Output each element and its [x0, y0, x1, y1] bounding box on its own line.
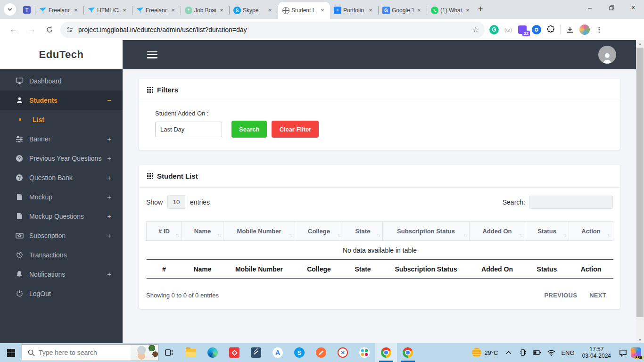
column-header-action[interactable]: Action	[569, 222, 613, 241]
site-info-icon[interactable]	[66, 26, 74, 33]
notification-center-icon[interactable]	[617, 349, 629, 357]
tab-teams-pinned[interactable]: T	[19, 2, 35, 18]
postman-button[interactable]	[310, 343, 332, 362]
chrome-button-active[interactable]	[375, 343, 397, 362]
close-window-button[interactable]: ×	[622, 0, 644, 15]
next-page-button[interactable]: NEXT	[589, 292, 606, 299]
hamburger-menu-icon[interactable]	[147, 51, 157, 58]
tab-freelance-1[interactable]: Freelance ×	[35, 2, 83, 19]
close-icon[interactable]: ×	[415, 7, 423, 14]
scrollbar-thumb[interactable]	[636, 48, 644, 317]
close-icon[interactable]: ×	[319, 7, 326, 14]
sidebar-item-mockup[interactable]: Mockup +	[0, 187, 123, 206]
start-button[interactable]	[0, 343, 22, 362]
search-doodle-image[interactable]	[131, 345, 158, 361]
tab-job-board[interactable]: * Job Boar ×	[181, 2, 229, 19]
expand-icon[interactable]: +	[107, 135, 111, 143]
close-icon[interactable]: ×	[121, 7, 128, 14]
expand-icon[interactable]: +	[107, 154, 111, 162]
scroll-down-arrow[interactable]: ▼	[636, 337, 644, 343]
skype-button[interactable]: S	[289, 343, 310, 362]
minimize-button[interactable]: –	[579, 0, 601, 15]
sidebar-item-subscription[interactable]: Subscription +	[0, 226, 123, 245]
bookmark-star-icon[interactable]: ☆	[472, 25, 479, 34]
column-header-status[interactable]: Status	[525, 222, 569, 241]
close-icon[interactable]: ×	[266, 7, 274, 14]
coupon-extension-icon[interactable]: 22	[518, 25, 527, 34]
extensions-puzzle-icon[interactable]	[546, 25, 555, 34]
blue-extension-icon[interactable]	[532, 25, 541, 34]
taskbar-search-input[interactable]	[39, 349, 114, 356]
tab-search-button[interactable]	[4, 3, 16, 16]
taskbar-search-box[interactable]	[22, 344, 158, 361]
expand-icon[interactable]: +	[107, 231, 111, 239]
url-text[interactable]: project.imgglobal.in/edutech/admin/user/…	[78, 26, 472, 33]
previous-page-button[interactable]: PREVIOUS	[545, 292, 578, 299]
task-view-button[interactable]	[158, 343, 180, 362]
column-header-subscription[interactable]: Subscription Status	[383, 222, 470, 241]
sidebar-item-question-bank[interactable]: ? Question Bank +	[0, 168, 123, 187]
omnibox[interactable]: project.imgglobal.in/edutech/admin/user/…	[60, 22, 485, 38]
close-icon[interactable]: ×	[464, 7, 471, 14]
edge-button[interactable]	[202, 343, 223, 362]
page-size-select[interactable]: 10	[167, 195, 185, 209]
close-icon[interactable]: ×	[169, 7, 177, 14]
collapse-icon[interactable]: −	[107, 96, 111, 104]
expand-icon[interactable]: +	[107, 193, 111, 201]
expand-icon[interactable]: +	[107, 212, 111, 220]
column-header-state[interactable]: State	[343, 222, 383, 241]
chrome-button-2[interactable]	[397, 343, 419, 362]
sidebar-item-transactions[interactable]: Transactions	[0, 245, 123, 264]
forward-button[interactable]: →	[25, 23, 38, 36]
tab-whatsapp[interactable]: (1) What ×	[427, 2, 475, 19]
copilot-icon[interactable]: PRE	[631, 347, 641, 358]
downloads-icon[interactable]	[565, 25, 575, 34]
column-header-id[interactable]: # ID	[147, 222, 182, 241]
weather-widget[interactable]: 29°C	[469, 348, 501, 357]
phone-link-icon[interactable]	[517, 349, 529, 356]
tab-skype[interactable]: S Skype ×	[230, 2, 278, 19]
sidebar-item-mockup-questions[interactable]: Mockup Questions +	[0, 206, 123, 226]
muted-extension-icon[interactable]: (ω)	[504, 25, 513, 34]
tab-htmlcss[interactable]: HTML/CS ×	[84, 2, 132, 19]
scroll-up-arrow[interactable]: ▲	[636, 40, 644, 47]
design-tool-button[interactable]: A	[267, 343, 289, 362]
close-icon[interactable]: ×	[218, 7, 225, 14]
close-icon[interactable]: ×	[72, 7, 80, 14]
expand-icon[interactable]: +	[107, 270, 111, 278]
sidebar-item-banner[interactable]: Banner +	[0, 129, 123, 148]
clock[interactable]: 17:57 03-04-2024	[578, 346, 615, 359]
search-button[interactable]: Search	[231, 121, 267, 138]
tab-google-translate[interactable]: G Google T ×	[379, 2, 427, 19]
column-header-mobile[interactable]: Mobile Number	[223, 222, 295, 241]
column-header-added-on[interactable]: Added On	[470, 222, 525, 241]
red-app-button[interactable]	[223, 343, 245, 362]
slack-button[interactable]	[354, 343, 375, 362]
clear-filter-button[interactable]: Clear Filter	[272, 121, 319, 138]
grammarly-icon[interactable]: G	[489, 25, 499, 34]
reload-button[interactable]	[43, 23, 56, 36]
battery-icon[interactable]	[531, 350, 543, 355]
pgadmin-button[interactable]	[245, 343, 267, 362]
expand-icon[interactable]: +	[107, 173, 111, 181]
sidebar-item-previous-year-questions[interactable]: ? Previous Year Questions +	[0, 148, 123, 168]
tab-freelance-2[interactable]: Freelance ×	[132, 2, 181, 19]
sidebar-item-logout[interactable]: LogOut	[0, 284, 123, 303]
language-indicator[interactable]: ENG	[559, 349, 576, 356]
new-tab-button[interactable]: +	[478, 4, 483, 14]
back-button[interactable]: ←	[7, 23, 20, 36]
sidebar-item-notifications[interactable]: Notifications +	[0, 264, 123, 284]
restore-button[interactable]	[601, 0, 622, 15]
column-header-college[interactable]: College	[295, 222, 343, 241]
tray-chevron-up-icon[interactable]	[503, 351, 515, 354]
close-icon[interactable]: ×	[367, 7, 374, 14]
user-avatar[interactable]	[598, 46, 616, 64]
table-search-input[interactable]	[529, 196, 613, 209]
tab-portfolio[interactable]: ≡ Portfolio ×	[330, 2, 378, 19]
file-explorer-button[interactable]	[180, 343, 202, 362]
profile-avatar[interactable]	[579, 25, 590, 35]
sidebar-item-dashboard[interactable]: Dashboard	[0, 71, 123, 90]
app-logo[interactable]: EduTech	[39, 49, 84, 61]
page-scrollbar[interactable]: ▲ ▼	[636, 40, 644, 343]
column-header-name[interactable]: Name	[182, 222, 223, 241]
